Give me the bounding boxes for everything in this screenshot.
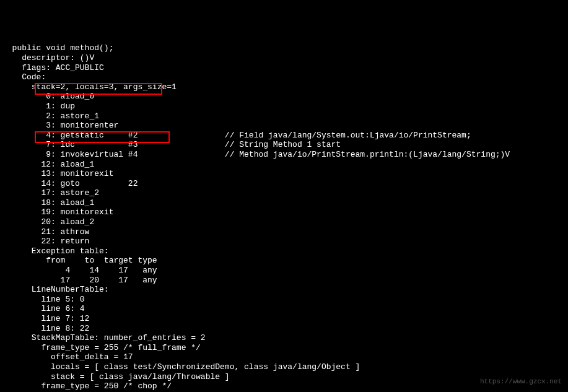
code-container: public void method(); descriptor: ()V fl… [2,43,566,392]
watermark: https://www.gzcx.net [480,378,562,386]
